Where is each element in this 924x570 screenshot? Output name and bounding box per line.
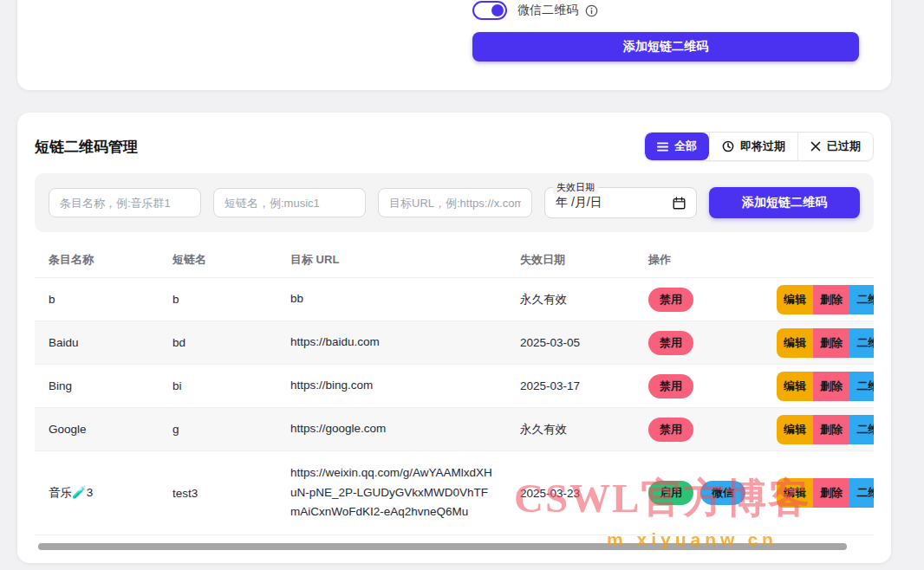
- cell-expiry: 2025-03-17: [506, 379, 634, 392]
- row-action-group: 编辑 删除 二维码: [777, 415, 874, 444]
- cell-name: Bing: [35, 379, 159, 392]
- delete-button[interactable]: 删除: [813, 285, 849, 314]
- filter-expired-button[interactable]: 已过期: [797, 133, 873, 160]
- clock-icon: [722, 140, 734, 152]
- toggle-knob: [491, 4, 504, 16]
- qrcode-button[interactable]: 二维码: [849, 285, 874, 314]
- cell-slug: bi: [159, 379, 277, 392]
- table-row: Google g https://google.com 永久有效 禁用 编辑 删…: [35, 408, 874, 451]
- table-row: Bing bi https://bing.com 2025-03-17 禁用 编…: [35, 365, 874, 408]
- col-header-name: 条目名称: [35, 252, 159, 268]
- edit-button[interactable]: 编辑: [777, 415, 813, 444]
- entry-name-input[interactable]: [49, 188, 201, 217]
- wechat-qrcode-toggle[interactable]: [472, 1, 507, 20]
- add-short-link-qrcode-button[interactable]: 添加短链二维码: [472, 32, 859, 62]
- delete-button[interactable]: 删除: [813, 328, 849, 358]
- qrcode-manager-card: 短链二维码管理 全部 即: [17, 113, 891, 563]
- row-action-group: 编辑 删除 二维码: [777, 372, 874, 401]
- cell-slug: b: [159, 293, 277, 306]
- short-link-name-input[interactable]: [213, 188, 366, 217]
- cell-expiry: 2025-03-05: [506, 336, 634, 349]
- filter-expiring-button[interactable]: 即将过期: [709, 133, 797, 160]
- info-icon[interactable]: [585, 4, 598, 17]
- wechat-qrcode-toggle-label: 微信二维码: [517, 3, 578, 18]
- delete-button[interactable]: 删除: [813, 415, 849, 444]
- cell-name: 音乐🧪3: [35, 485, 159, 501]
- filter-all-button[interactable]: 全部: [645, 133, 709, 160]
- edit-button[interactable]: 编辑: [777, 372, 813, 401]
- cell-url: https://weixin.qq.com/g/AwYAAMlxdXHuN-pN…: [277, 463, 506, 523]
- menu-icon: [657, 142, 668, 152]
- col-header-url: 目标 URL: [277, 252, 506, 268]
- cell-slug: g: [159, 423, 277, 436]
- delete-button[interactable]: 删除: [813, 478, 849, 508]
- cell-expiry: 2025-03-23: [506, 487, 634, 500]
- delete-button[interactable]: 删除: [813, 372, 849, 401]
- col-header-expiry: 失效日期: [506, 252, 634, 268]
- cell-expiry: 永久有效: [506, 422, 634, 437]
- disable-toggle-badge[interactable]: 禁用: [648, 288, 693, 312]
- table-row: 音乐🧪3 test3 https://weixin.qq.com/g/AwYAA…: [35, 451, 874, 535]
- target-url-input[interactable]: [378, 188, 532, 217]
- wechat-badge: 微信: [700, 481, 745, 505]
- filter-all-label: 全部: [674, 139, 697, 154]
- qrcode-button[interactable]: 二维码: [849, 415, 874, 444]
- cell-expiry: 永久有效: [506, 292, 634, 308]
- table-header-row: 条目名称 短链名 目标 URL 失效日期 操作: [35, 243, 874, 278]
- filter-expiring-label: 即将过期: [740, 139, 785, 154]
- calendar-icon[interactable]: [673, 197, 686, 210]
- qrcode-button[interactable]: 二维码: [849, 372, 874, 401]
- cell-url: https://baidu.com: [277, 333, 506, 353]
- edit-button[interactable]: 编辑: [777, 478, 813, 508]
- row-action-group: 编辑 删除 二维码: [777, 478, 874, 508]
- qrcode-button[interactable]: 二维码: [849, 328, 874, 358]
- table-row: Baidu bd https://baidu.com 2025-03-05 禁用…: [35, 321, 874, 365]
- disable-toggle-badge[interactable]: 禁用: [648, 374, 693, 398]
- qrcode-table: 条目名称 短链名 目标 URL 失效日期 操作 b b bb 永久有效 禁用 编…: [35, 243, 874, 535]
- cell-name: Google: [35, 423, 159, 436]
- filter-expired-label: 已过期: [827, 139, 861, 154]
- search-panel: 失效日期 年 /月/日 添加短链二维码: [35, 173, 874, 232]
- row-action-group: 编辑 删除 二维码: [777, 285, 874, 314]
- enable-toggle-badge[interactable]: 启用: [648, 481, 693, 505]
- cell-name: b: [35, 293, 159, 306]
- row-action-group: 编辑 删除 二维码: [777, 328, 874, 358]
- edit-button[interactable]: 编辑: [777, 328, 813, 358]
- edit-button[interactable]: 编辑: [777, 285, 813, 314]
- qrcode-button[interactable]: 二维码: [849, 478, 874, 508]
- table-row: b b bb 永久有效 禁用 编辑 删除 二维码: [35, 278, 874, 321]
- cell-name: Baidu: [35, 336, 159, 349]
- cell-url: bb: [277, 289, 506, 309]
- expiry-date-value: 年 /月/日: [556, 195, 602, 211]
- cell-slug: bd: [159, 336, 277, 349]
- panel-add-short-link-qrcode-button[interactable]: 添加短链二维码: [709, 187, 860, 218]
- col-header-slug: 短链名: [159, 252, 277, 268]
- col-header-action: 操作: [634, 252, 765, 268]
- cell-slug: test3: [159, 487, 277, 500]
- page-title: 短链二维码管理: [35, 137, 138, 157]
- add-qrcode-form-card: 微信二维码 添加短链二维码: [17, 0, 891, 90]
- disable-toggle-badge[interactable]: 禁用: [648, 418, 693, 442]
- horizontal-scrollbar[interactable]: [38, 543, 847, 550]
- close-icon: [810, 141, 821, 152]
- expiry-date-label: 失效日期: [553, 181, 598, 194]
- expiry-date-field-wrap: 失效日期 年 /月/日: [544, 187, 697, 218]
- filter-segmented-control: 全部 即将过期 已过期: [644, 132, 874, 161]
- disable-toggle-badge[interactable]: 禁用: [648, 331, 693, 355]
- cell-url: https://google.com: [277, 419, 506, 439]
- cell-url: https://bing.com: [277, 376, 506, 396]
